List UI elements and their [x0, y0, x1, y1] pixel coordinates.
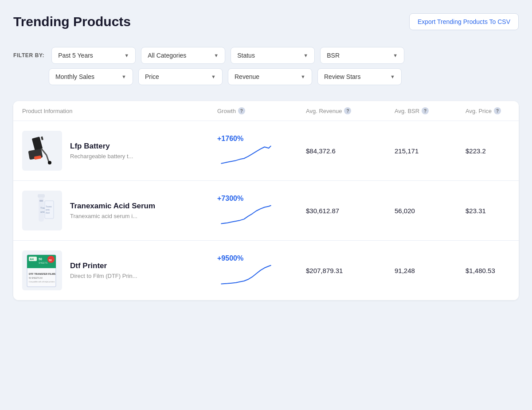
svg-point-5 [48, 161, 51, 164]
growth-cell-serum: +7300% [217, 195, 306, 226]
product-desc: Tranexamic acid serum i... [70, 213, 155, 219]
product-text-dtf-printer: Dtf Printer Direct to Film (DTF) Prin... [70, 262, 137, 279]
table-row: Tranex amic Tranex amic Acid Tranexamic … [13, 181, 519, 241]
svg-text:A4: A4 [30, 258, 34, 261]
dropdown-monthly-sales[interactable]: Monthly Sales ▼ [49, 68, 133, 85]
col-product-info: Product Information [22, 107, 217, 114]
product-name: Lfp Battery [70, 142, 133, 151]
growth-cell-dtf-printer: +9500% [217, 254, 306, 286]
chevron-down-icon: ▼ [121, 74, 126, 79]
svg-line-4 [47, 155, 49, 162]
avg-revenue-value: $207,879.31 [306, 267, 395, 274]
product-text-lfp-battery: Lfp Battery Rechargeable battery t... [70, 142, 133, 160]
col-avg-price: Avg. Price ? [466, 107, 519, 114]
dropdown-review-stars[interactable]: Review Stars ▼ [317, 68, 402, 85]
dropdown-bsr-value: BSR [327, 52, 340, 59]
col-avg-bsr: Avg. BSR ? [395, 107, 466, 114]
table-header: Product Information Growth ? Avg. Revenu… [13, 101, 519, 121]
dropdown-revenue[interactable]: Revenue ▼ [228, 68, 312, 85]
avg-bsr-help-icon[interactable]: ? [422, 107, 429, 114]
svg-text:50: 50 [49, 259, 52, 262]
svg-rect-19 [27, 266, 56, 268]
chevron-down-icon: ▼ [303, 53, 308, 58]
avg-bsr-value: 56,020 [395, 207, 466, 215]
product-info-dtf-printer: A4 50 SHEETS DTF TRANSFER FILMS 50 SHEET… [22, 250, 217, 290]
col-growth: Growth ? [217, 107, 306, 114]
dropdown-review-stars-value: Review Stars [324, 73, 360, 80]
dropdown-time-period-value: Past 5 Years [58, 52, 93, 59]
sparkline-serum [217, 204, 275, 226]
avg-price-value: $23.31 [466, 207, 519, 215]
product-name: Dtf Printer [70, 262, 137, 270]
serum-svg: Tranex amic Tranex amic Acid [24, 192, 60, 230]
products-table: Product Information Growth ? Avg. Revenu… [13, 101, 519, 300]
dropdown-time-period[interactable]: Past 5 Years ▼ [51, 47, 136, 64]
page-header: Trending Products Export Trending Produc… [13, 13, 519, 30]
chevron-down-icon: ▼ [301, 74, 305, 79]
avg-revenue-value: $30,612.87 [306, 207, 395, 215]
dropdown-price-value: Price [145, 73, 159, 80]
svg-text:amic: amic [40, 211, 45, 213]
growth-cell-lfp-battery: +1760% [217, 135, 306, 167]
product-info-lfp-battery: Lfp Battery Rechargeable battery t... [22, 131, 217, 171]
product-image-lfp-battery [22, 131, 62, 171]
svg-rect-10 [39, 200, 43, 202]
sparkline-lfp-battery [217, 144, 275, 167]
battery-svg [24, 133, 60, 168]
avg-bsr-value: 91,248 [395, 267, 466, 274]
growth-value: +7300% [217, 195, 243, 203]
svg-text:Acid: Acid [46, 212, 50, 214]
avg-revenue-value: $84,372.6 [306, 147, 395, 155]
chevron-down-icon: ▼ [214, 53, 219, 58]
table-row: Lfp Battery Rechargeable battery t... +1… [13, 121, 519, 181]
svg-text:SHEETS: SHEETS [39, 262, 48, 264]
printer-svg: A4 50 SHEETS DTF TRANSFER FILMS 50 SHEET… [23, 250, 61, 290]
avg-price-help-icon[interactable]: ? [494, 107, 501, 114]
svg-text:50 SHEETS A4: 50 SHEETS A4 [29, 277, 43, 279]
export-button[interactable]: Export Trending Products To CSV [409, 13, 519, 30]
svg-text:Compatible with all inkjet pri: Compatible with all inkjet printers [29, 281, 55, 283]
svg-text:50: 50 [39, 258, 42, 261]
svg-rect-1 [41, 137, 43, 141]
avg-price-value: $223.2 [466, 147, 519, 155]
chevron-down-icon: ▼ [211, 74, 216, 79]
filter-row-2: Monthly Sales ▼ Price ▼ Revenue ▼ Review… [49, 68, 519, 85]
dropdown-price[interactable]: Price ▼ [138, 68, 223, 85]
growth-value: +9500% [217, 254, 243, 262]
svg-text:amic: amic [46, 209, 50, 211]
filter-section: FILTER BY: Past 5 Years ▼ All Categories… [13, 43, 519, 93]
product-image-dtf-printer: A4 50 SHEETS DTF TRANSFER FILMS 50 SHEET… [22, 250, 62, 290]
table-row: A4 50 SHEETS DTF TRANSFER FILMS 50 SHEET… [13, 241, 519, 300]
product-image-serum: Tranex amic Tranex amic Acid [22, 191, 62, 230]
dropdown-category-value: All Categories [148, 52, 186, 59]
product-desc: Direct to Film (DTF) Prin... [70, 273, 137, 279]
svg-text:Tranex: Tranex [46, 206, 52, 208]
chevron-down-icon: ▼ [393, 53, 398, 58]
svg-text:DTF TRANSFER FILMS: DTF TRANSFER FILMS [29, 273, 56, 275]
chevron-down-icon: ▼ [390, 74, 395, 79]
product-info-serum: Tranex amic Tranex amic Acid Tranexamic … [22, 191, 217, 230]
dropdown-monthly-sales-value: Monthly Sales [55, 73, 94, 80]
avg-revenue-help-icon[interactable]: ? [344, 107, 351, 114]
growth-value: +1760% [217, 135, 243, 143]
avg-bsr-value: 215,171 [395, 147, 466, 155]
growth-help-icon[interactable]: ? [238, 107, 245, 114]
product-name: Tranexamic Acid Serum [70, 202, 155, 211]
page-title: Trending Products [13, 14, 131, 29]
dropdown-bsr[interactable]: BSR ▼ [320, 47, 404, 64]
svg-rect-8 [38, 194, 45, 198]
col-avg-revenue: Avg. Revenue ? [306, 107, 395, 114]
dropdown-revenue-value: Revenue [235, 73, 259, 80]
chevron-down-icon: ▼ [124, 53, 129, 58]
dropdown-status-value: Status [237, 52, 255, 59]
sparkline-dtf-printer [217, 264, 275, 286]
filter-label: FILTER BY: [13, 52, 44, 59]
filter-row-1: FILTER BY: Past 5 Years ▼ All Categories… [13, 47, 519, 64]
avg-price-value: $1,480.53 [466, 267, 519, 274]
product-desc: Rechargeable battery t... [70, 153, 133, 160]
svg-rect-0 [32, 137, 43, 151]
dropdown-category[interactable]: All Categories ▼ [141, 47, 225, 64]
product-text-serum: Tranexamic Acid Serum Tranexamic acid se… [70, 202, 155, 219]
dropdown-status[interactable]: Status ▼ [231, 47, 315, 64]
